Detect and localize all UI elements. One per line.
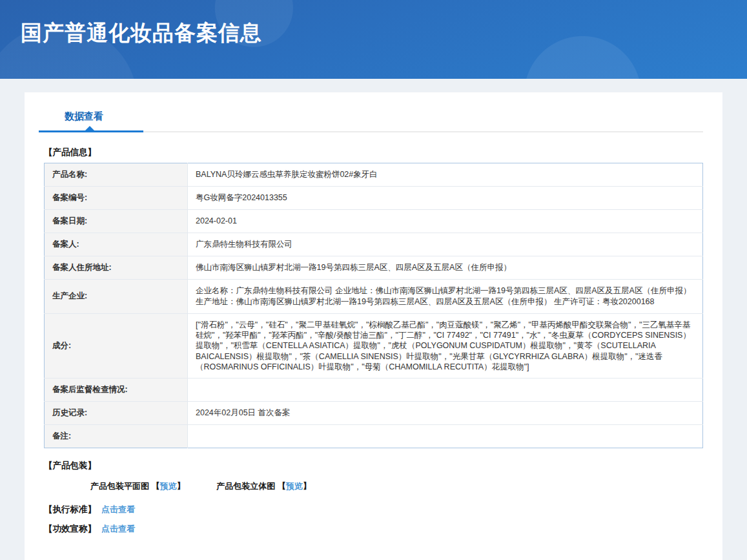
row-label: 备案后监督检查情况: (45, 379, 188, 402)
product-info-section-title: 【产品信息】 (44, 147, 703, 158)
row-value: 佛山市南海区狮山镇罗村北湖一路19号第四栋三层A区、四层A区及五层A区（住所申报… (188, 256, 703, 280)
row-label: 备注: (45, 425, 188, 448)
bracket-open: 【 (278, 481, 286, 491)
page-title: 国产普通化妆品备案信息 (21, 19, 747, 46)
row-label: 成分: (45, 313, 188, 378)
row-label: 生产企业: (45, 280, 188, 314)
efficacy-section-title: 【功效宣称】 (44, 524, 96, 534)
packaging-stereo-label: 产品包装立体图 (216, 481, 275, 491)
row-label: 产品名称: (45, 163, 188, 187)
bracket-open: 【 (152, 481, 160, 491)
packaging-flat-label: 产品包装平面图 (90, 481, 149, 491)
row-label: 历史记录: (45, 402, 188, 425)
row-value: 粤G妆网备字2024013355 (188, 187, 703, 210)
content-card: 数据查看 【产品信息】 产品名称: BALYNA贝玲娜云感虫草养肤定妆蜜粉饼02… (25, 92, 722, 560)
packaging-row: 产品包装平面图 【预览】 产品包装立体图 【预览】 (90, 481, 703, 492)
row-label: 备案人: (45, 233, 188, 256)
row-value: 广东鼎特生物科技有限公司 (188, 233, 703, 256)
efficacy-row: 【功效宣称】点击查看 (44, 523, 703, 535)
product-info-table: 产品名称: BALYNA贝玲娜云感虫草养肤定妆蜜粉饼02#象牙白 备案编号: 粤… (44, 163, 703, 448)
table-row-filer-address: 备案人住所地址: 佛山市南海区狮山镇罗村北湖一路19号第四栋三层A区、四层A区及… (45, 256, 703, 280)
row-value: BALYNA贝玲娜云感虫草养肤定妆蜜粉饼02#象牙白 (188, 163, 703, 187)
packaging-flat-group: 产品包装平面图 【预览】 (90, 481, 185, 492)
preview-stereo-link[interactable]: 预览 (286, 481, 303, 491)
row-label: 备案人住所地址: (45, 256, 188, 280)
tab-active-underline (39, 130, 143, 132)
bracket-close: 】 (177, 481, 185, 491)
packaging-section-title: 【产品包装】 (44, 460, 703, 472)
row-value: ["滑石粉"，"云母"，"硅石"，"聚二甲基硅氧烷"，"棕榈酸乙基己酯"，"肉豆… (188, 313, 703, 378)
row-value: 2024-02-01 (188, 210, 703, 233)
bracket-close: 】 (303, 481, 311, 491)
row-value (188, 379, 703, 402)
row-label: 备案编号: (45, 187, 188, 210)
table-row-product-name: 产品名称: BALYNA贝玲娜云感虫草养肤定妆蜜粉饼02#象牙白 (45, 163, 703, 187)
table-row-filing-number: 备案编号: 粤G妆网备字2024013355 (45, 187, 703, 210)
row-value: 企业名称：广东鼎特生物科技有限公司 企业地址：佛山市南海区狮山镇罗村北湖一路19… (188, 280, 703, 314)
table-row-ingredients: 成分: ["滑石粉"，"云母"，"硅石"，"聚二甲基硅氧烷"，"棕榈酸乙基己酯"… (45, 313, 703, 378)
row-label: 备案日期: (45, 210, 188, 233)
standard-row: 【执行标准】点击查看 (44, 504, 703, 515)
efficacy-view-link[interactable]: 点击查看 (101, 524, 135, 534)
standard-view-link[interactable]: 点击查看 (101, 504, 135, 514)
table-row-manufacturer: 生产企业: 企业名称：广东鼎特生物科技有限公司 企业地址：佛山市南海区狮山镇罗村… (45, 280, 703, 314)
table-row-supervision: 备案后监督检查情况: (45, 379, 703, 402)
table-row-history: 历史记录: 2024年02月05日 首次备案 (45, 402, 703, 425)
row-value: 2024年02月05日 首次备案 (188, 402, 703, 425)
row-value (188, 425, 703, 448)
tab-data-view[interactable]: 数据查看 (65, 107, 103, 126)
standard-section-title: 【执行标准】 (44, 504, 96, 514)
tab-bar: 数据查看 (44, 107, 703, 132)
preview-flat-link[interactable]: 预览 (160, 481, 177, 491)
table-row-filer: 备案人: 广东鼎特生物科技有限公司 (45, 233, 703, 256)
table-row-filing-date: 备案日期: 2024-02-01 (45, 210, 703, 233)
table-row-remarks: 备注: (45, 425, 703, 448)
tab-active-marker-icon (85, 126, 94, 130)
packaging-stereo-group: 产品包装立体图 【预览】 (216, 481, 311, 492)
page-header: 国产普通化妆品备案信息 (0, 0, 747, 79)
